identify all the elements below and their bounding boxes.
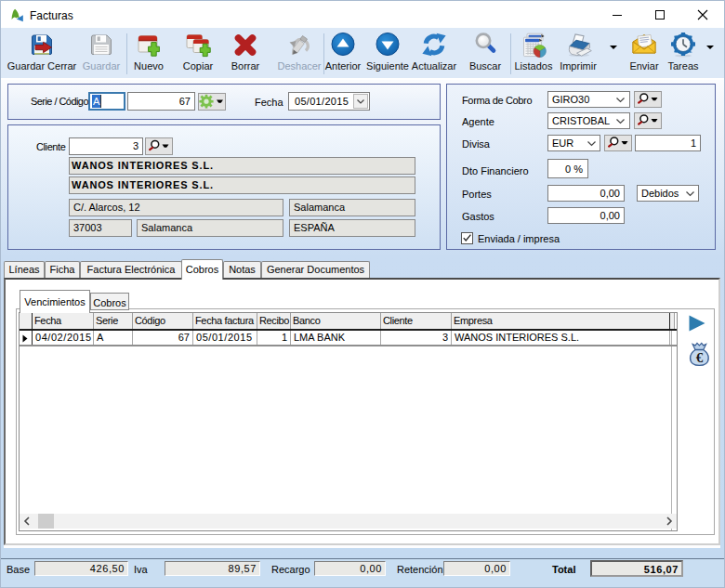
svg-text:€: €: [696, 350, 704, 365]
